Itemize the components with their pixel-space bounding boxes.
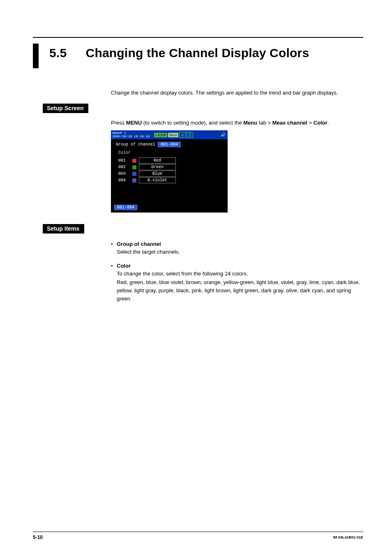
ss-group-value: 001-004 (158, 142, 181, 147)
item-body-line2: Red, green, blue, blue violet, brown, or… (117, 278, 363, 303)
ss-disp-badge: ✦ DISP (154, 133, 167, 137)
page: 5.5 Changing the Channel Display Colors … (0, 0, 392, 555)
item-body: Select the target channels. (117, 248, 363, 256)
title-accent-bar (33, 44, 39, 68)
item-group-of-channel: • Group of channel (111, 241, 363, 247)
page-number: 5-10 (33, 534, 43, 540)
keylock-icon: ⮃ (187, 132, 193, 138)
ss-interval: 5min (168, 133, 178, 137)
color-name: B.violet (139, 177, 176, 183)
t-prefix: Press (111, 120, 126, 126)
ss-color-table: 001 Red 002 Green 003 Blue 004 B (118, 157, 224, 183)
item-color: • Color (111, 263, 363, 269)
table-row: 004 B.violet (118, 177, 224, 183)
ss-group-label: Group of channel (116, 142, 155, 147)
doc-id: IM 04L41B01-01E (333, 535, 363, 539)
ch-num: 001 (118, 158, 130, 163)
table-row: 001 Red (118, 157, 224, 164)
top-rule (33, 37, 363, 38)
disp-star-icon: ✦ (155, 133, 157, 137)
ss-footer-badge: 001-004 (114, 205, 137, 210)
section-number: 5.5 (49, 46, 82, 60)
ss-body: Group of channel 001-004 Color 001 Red 0… (111, 139, 228, 185)
color-swatch (132, 159, 136, 163)
ss-subhead: Color (118, 150, 224, 155)
ch-num: 003 (118, 171, 130, 176)
color-name: Green (139, 164, 176, 170)
color-name: Red (139, 157, 176, 164)
intro-text: Change the channel display colors. The s… (111, 89, 359, 97)
t-menu4: Color (314, 120, 327, 126)
ch-num: 002 (118, 165, 130, 169)
setup-screen-label: Setup Screen (43, 104, 88, 113)
color-name: Blue (139, 171, 176, 177)
bullet-icon: • (111, 263, 117, 269)
table-row: 003 Blue (118, 171, 224, 177)
setup-screen-text: Press MENU (to switch to setting mode), … (111, 119, 363, 127)
section-title-row: 5.5 Changing the Channel Display Colors (33, 44, 363, 68)
ss-statusbar: GROUP 1 2005/10/10 10:10:10 ✦ DISP 5min … (111, 130, 228, 139)
section-title: 5.5 Changing the Channel Display Colors (49, 44, 309, 68)
item-body-line1: To change the color, select from the fol… (117, 270, 363, 278)
t-suffix: . (327, 120, 329, 126)
ss-disp-text: DISP (158, 133, 166, 137)
item-title: Color (117, 263, 131, 269)
ss-group-row: Group of channel 001-004 (116, 142, 224, 147)
camera-icon: ◎ (179, 132, 186, 138)
setup-items-block: • Group of channel Select the target cha… (111, 241, 363, 303)
device-screenshot: GROUP 1 2005/10/10 10:10:10 ✦ DISP 5min … (111, 130, 228, 213)
footer-rule (33, 532, 363, 532)
color-swatch (132, 165, 136, 169)
ss-group-line2: 2005/10/10 10:10:10 (112, 135, 153, 138)
t-mid3: > (307, 120, 314, 126)
ch-num: 004 (118, 178, 130, 183)
item-title: Group of channel (117, 241, 161, 247)
speaker-icon: 🔊 (220, 132, 226, 138)
bullet-icon: • (111, 241, 117, 247)
t-mid2: tab > (257, 120, 272, 126)
t-menu: MENU (126, 120, 142, 126)
color-swatch (132, 178, 136, 183)
t-menu2: Menu (243, 120, 257, 126)
t-mid1: (to switch to setting mode), and select … (142, 120, 243, 126)
ss-group-info: GROUP 1 2005/10/10 10:10:10 (112, 132, 153, 138)
setup-items-label: Setup Items (43, 224, 84, 234)
color-swatch (132, 172, 136, 176)
t-menu3: Meas channel (272, 120, 307, 126)
table-row: 002 Green (118, 164, 224, 170)
section-heading: Changing the Channel Display Colors (86, 46, 309, 60)
